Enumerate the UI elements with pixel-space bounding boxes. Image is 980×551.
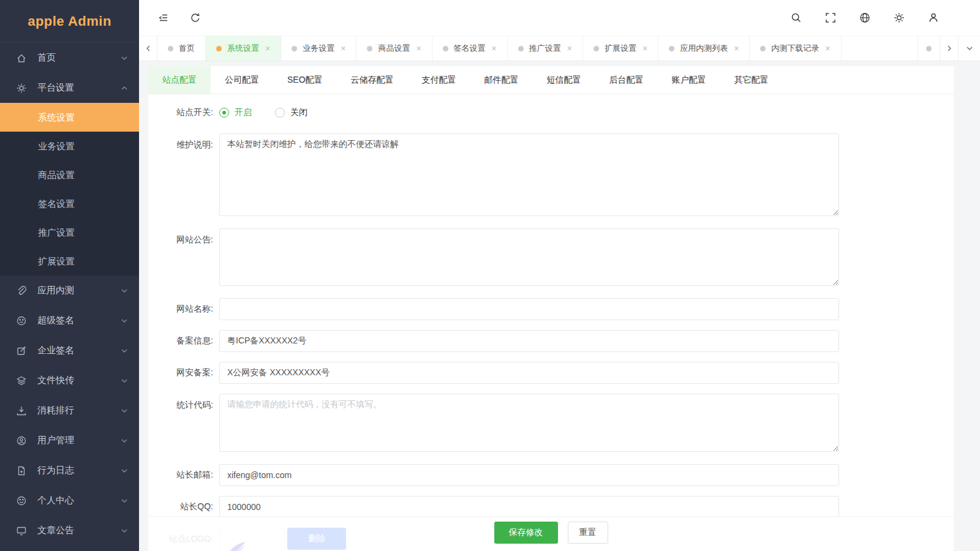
sidebar-item-platform-settings[interactable]: 平台设置 — [0, 73, 139, 103]
tab-dot — [926, 46, 932, 51]
collapse-sidebar-icon[interactable] — [157, 12, 170, 24]
refresh-icon[interactable] — [189, 12, 202, 24]
tab-business-settings[interactable]: 业务设置× — [281, 36, 356, 61]
field-label: 备案信息: — [157, 335, 213, 347]
maintain-note-textarea[interactable]: 本站暂时关闭维护，给您带来的不便还请谅解 — [219, 133, 839, 216]
subtab-account-config[interactable]: 账户配置 — [658, 66, 720, 94]
sidebar-item-label: 文章公告 — [37, 525, 74, 536]
webmaster-email-input[interactable] — [219, 464, 839, 486]
site-config-form: 站点开关: 开启 关闭 维护说明: 本站暂时关闭维护，给您带来的不便还请谅解 网… — [148, 94, 954, 551]
gear-icon[interactable] — [893, 12, 905, 24]
subtab-seo-config[interactable]: SEO配置 — [273, 66, 337, 94]
sidebar-item-label: 个人中心 — [37, 495, 74, 506]
close-icon[interactable]: × — [492, 44, 497, 53]
tab-product-settings[interactable]: 商品设置× — [356, 36, 432, 61]
sidebar-item-label: 文件快传 — [37, 375, 74, 386]
subtab-cloud-storage-config[interactable]: 云储存配置 — [337, 66, 408, 94]
stats-code-textarea[interactable] — [219, 394, 839, 452]
subtab-site-config[interactable]: 站点配置 — [148, 66, 211, 94]
form-row-maintain-note: 维护说明: 本站暂时关闭维护，给您带来的不便还请谅解 — [157, 133, 954, 219]
subtab-payment-config[interactable]: 支付配置 — [408, 66, 470, 94]
user-icon[interactable] — [927, 12, 940, 24]
sidebar-item-label: 行为日志 — [37, 465, 74, 476]
sidebar-item-article-announcement[interactable]: 文章公告 — [0, 515, 139, 545]
subtab-other-config[interactable]: 其它配置 — [720, 66, 783, 94]
tab-dot — [168, 46, 173, 51]
sidebar-item-label: 超级签名 — [37, 315, 74, 326]
field-label: 站点开关: — [157, 107, 213, 118]
tab-system-settings[interactable]: 系统设置× — [206, 36, 281, 61]
tab-signature-settings[interactable]: 签名设置× — [432, 36, 508, 61]
user-circle-icon — [16, 435, 28, 446]
tabs-scroll-left-button[interactable] — [139, 36, 157, 61]
sidebar-item-enterprise-signature[interactable]: 企业签名 — [0, 335, 139, 365]
site-name-input[interactable] — [219, 298, 839, 320]
site-notice-textarea[interactable] — [219, 228, 839, 286]
tab-app-beta-list[interactable]: 应用内测列表× — [658, 36, 750, 61]
sidebar: apple Admin 首页 平台设置 系统设置 业务设置 商品设置 签名设置 … — [0, 0, 139, 551]
sidebar-item-user-management[interactable]: 用户管理 — [0, 425, 139, 455]
chevron-down-icon — [121, 347, 128, 354]
sidebar-item-consumption-ranking[interactable]: 消耗排行 — [0, 395, 139, 425]
form-row-webmaster-email: 站长邮箱: — [157, 464, 954, 486]
close-icon[interactable]: × — [734, 44, 739, 53]
close-icon[interactable]: × — [265, 44, 270, 53]
sidebar-subitem-system-settings[interactable]: 系统设置 — [0, 103, 139, 132]
radio-circle-icon — [275, 108, 285, 118]
file-icon — [16, 465, 28, 476]
tab-extension-settings[interactable]: 扩展设置× — [583, 36, 658, 61]
reset-button[interactable]: 重置 — [568, 522, 608, 544]
form-row-site-name: 网站名称: — [157, 298, 954, 320]
app-logo: apple Admin — [0, 0, 139, 43]
police-record-input[interactable] — [219, 362, 839, 384]
subtab-backend-config[interactable]: 后台配置 — [595, 66, 658, 94]
save-button[interactable]: 保存修改 — [494, 522, 558, 544]
main-area: 首页 系统设置× 业务设置× 商品设置× 签名设置× 推广设置× 扩展设置× 应… — [139, 0, 980, 551]
sidebar-subitem-signature-settings[interactable]: 签名设置 — [0, 189, 139, 218]
sidebar-item-home[interactable]: 首页 — [0, 43, 139, 73]
field-label: 维护说明: — [157, 133, 213, 219]
tab-beta-download-log[interactable]: 内测下载记录× — [750, 36, 841, 61]
field-label: 站长QQ: — [157, 501, 213, 512]
sidebar-subitem-product-settings[interactable]: 商品设置 — [0, 160, 139, 189]
webmaster-qq-input[interactable] — [219, 496, 839, 518]
subtab-sms-config[interactable]: 短信配置 — [533, 66, 595, 94]
edit-icon — [16, 345, 28, 356]
home-icon — [16, 53, 28, 64]
globe-icon[interactable] — [859, 12, 871, 24]
radio-site-on[interactable]: 开启 — [219, 107, 252, 118]
tabs-scroll-right-button[interactable] — [940, 36, 958, 61]
subtab-company-config[interactable]: 公司配置 — [211, 66, 273, 94]
tab-home[interactable]: 首页 — [157, 36, 206, 61]
radio-site-off[interactable]: 关闭 — [275, 107, 307, 118]
sidebar-item-personal-center[interactable]: 个人中心 — [0, 485, 139, 515]
field-label: 统计代码: — [157, 394, 213, 454]
sidebar-subitem-business-settings[interactable]: 业务设置 — [0, 132, 139, 160]
search-icon[interactable] — [790, 12, 802, 24]
sidebar-item-app-beta[interactable]: 应用内测 — [0, 276, 139, 305]
tabs-menu-dropdown[interactable] — [958, 36, 980, 61]
close-icon[interactable]: × — [341, 44, 345, 53]
chevron-down-icon — [121, 497, 128, 504]
icp-record-input[interactable] — [219, 330, 839, 352]
sidebar-subitem-extension-settings[interactable]: 扩展设置 — [0, 247, 139, 276]
tab-dot — [443, 46, 448, 51]
close-icon[interactable]: × — [567, 44, 572, 53]
tab-clipped[interactable] — [918, 36, 940, 61]
form-row-site-notice: 网站公告: — [157, 228, 954, 288]
sidebar-item-file-transfer[interactable]: 文件快传 — [0, 365, 139, 395]
close-icon[interactable]: × — [643, 44, 647, 53]
sidebar-subitem-promotion-settings[interactable]: 推广设置 — [0, 218, 139, 247]
subtab-mail-config[interactable]: 邮件配置 — [470, 66, 533, 94]
face-frown-icon — [16, 315, 28, 326]
sidebar-item-label: 用户管理 — [37, 435, 74, 446]
fullscreen-icon[interactable] — [824, 12, 837, 24]
sidebar-item-super-signature[interactable]: 超级签名 — [0, 305, 139, 335]
sidebar-item-label: 企业签名 — [37, 345, 74, 356]
close-icon[interactable]: × — [416, 44, 421, 53]
platform-settings-submenu: 系统设置 业务设置 商品设置 签名设置 推广设置 扩展设置 — [0, 103, 139, 276]
tab-promotion-settings[interactable]: 推广设置× — [508, 36, 583, 61]
sidebar-item-label: 消耗排行 — [37, 405, 74, 416]
close-icon[interactable]: × — [825, 44, 830, 53]
sidebar-item-behavior-log[interactable]: 行为日志 — [0, 455, 139, 485]
